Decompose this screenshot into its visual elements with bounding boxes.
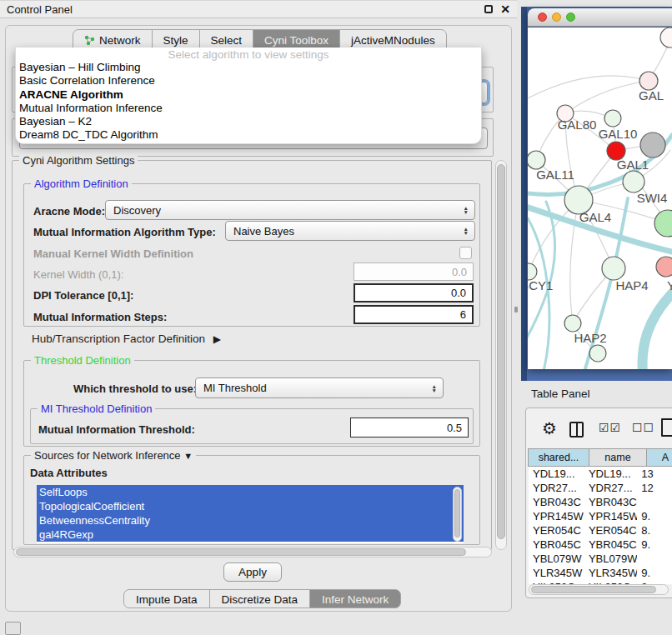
mi-type-combobox[interactable]: Naive Bayes ▲▼ (225, 221, 475, 241)
dropdown-item-bayesian-k2[interactable]: Bayesian – K2 (16, 115, 481, 128)
network-node[interactable] (623, 171, 644, 192)
settings-horizontal-scrollbar[interactable] (13, 547, 492, 558)
table-horizontal-scrollbar[interactable] (529, 584, 669, 595)
minimize-traffic-light[interactable] (552, 12, 561, 22)
select-all-checks-icon[interactable]: ☑☑ (599, 421, 621, 434)
kernel-width-input[interactable]: 0.0 (354, 262, 474, 281)
tab-style[interactable]: Style (152, 29, 200, 49)
attribute-list-scrollbar[interactable] (453, 487, 462, 542)
manual-kernel-label: Manual Kernel Width Definition (33, 248, 193, 260)
panel-divider-handle[interactable] (514, 307, 518, 312)
table-cell: YER054C (529, 523, 584, 538)
dpi-tolerance-value: 0.0 (451, 287, 466, 299)
dpi-tolerance-input[interactable]: 0.0 (354, 283, 474, 302)
control-panel-title: Control Panel (7, 3, 73, 16)
tab-select[interactable]: Select (199, 29, 254, 49)
table-cell: YBR045C (584, 538, 637, 552)
dropdown-item-dream8-dc-tdc-algorithm[interactable]: Dream8 DC_TDC Algorithm (16, 128, 481, 142)
table-row[interactable]: YBL079WYBL079W (529, 552, 672, 566)
column-header-shared-[interactable]: shared... (528, 448, 589, 467)
network-canvas[interactable]: GALGAL80GAL10GAL1GAL11SWI4GAL4GCY1HAP4YH… (528, 28, 672, 369)
network-node[interactable] (654, 210, 672, 237)
tab-impute-data[interactable]: Impute Data (123, 589, 210, 608)
network-window-titlebar[interactable] (528, 8, 672, 27)
network-node[interactable] (589, 345, 606, 362)
which-threshold-combobox[interactable]: MI Threshold ▲▼ (195, 378, 444, 398)
control-panel-header: Control Panel ✕ (0, 0, 517, 18)
network-node[interactable] (602, 257, 625, 280)
import-table-icon[interactable] (661, 418, 672, 437)
table-cell: YBL079W (529, 552, 584, 566)
tab-label: jActiveMNodules (351, 34, 435, 47)
table-cell: YDL19... (584, 467, 637, 481)
scrollbar-thumb[interactable] (454, 489, 460, 538)
network-node[interactable] (640, 132, 665, 158)
tab-infer-network[interactable]: Infer Network (309, 589, 401, 608)
network-node[interactable] (528, 151, 545, 169)
network-node[interactable] (564, 315, 581, 332)
network-node[interactable] (656, 257, 672, 277)
aracne-mode-combobox[interactable]: Discovery ▲▼ (105, 200, 475, 220)
table-cell: YDR27... (529, 481, 584, 495)
panel-collapse-button[interactable] (5, 622, 21, 635)
table-cell: YPR145W (584, 509, 637, 523)
scrollbar-thumb[interactable] (16, 548, 466, 556)
table-row[interactable]: YBR045CYBR045C9. (529, 538, 672, 552)
table-cell: YBR043C (584, 495, 637, 509)
dropdown-item-basic-correlation-inference[interactable]: Basic Correlation Inference (16, 74, 481, 88)
node-label-swi4: SWI4 (637, 191, 668, 205)
deselect-all-checks-icon[interactable]: ☐☐ (632, 421, 654, 434)
attribute-item-gal4rgexp[interactable]: gal4RGexp (37, 528, 464, 542)
column-header-name[interactable]: name (589, 448, 647, 467)
tab-label: Network (99, 34, 141, 47)
bottom-tab-bar: Impute DataDiscretize DataInfer Network (124, 589, 401, 608)
tab-network[interactable]: Network (73, 29, 153, 49)
network-edge (528, 76, 649, 98)
apply-button[interactable]: Apply (223, 562, 282, 582)
table-cell: YBR043C (529, 495, 584, 509)
column-header-a[interactable]: A (646, 448, 672, 467)
expand-right-icon[interactable]: ▶ (213, 333, 221, 345)
dropdown-item-mutual-information-inference[interactable]: Mutual Information Inference (16, 102, 481, 115)
attribute-item-betweennesscentrality[interactable]: BetweennessCentrality (37, 513, 464, 528)
scrollbar-thumb[interactable] (497, 164, 505, 539)
node-label-gal: GAL (639, 88, 664, 102)
table-row[interactable]: YDR27...YDR27...12 (529, 481, 672, 495)
dropdown-item-bayesian-hill-climbing[interactable]: Bayesian – Hill Climbing (16, 61, 481, 74)
close-icon[interactable]: ✕ (500, 5, 510, 13)
hub-section-label[interactable]: Hub/Transcription Factor Definition ▶ (32, 332, 221, 345)
float-window-icon[interactable] (484, 5, 493, 13)
gear-icon[interactable]: ⚙ (542, 418, 557, 438)
which-threshold-label: Which threshold to use: (73, 382, 197, 395)
tab-discretize-data[interactable]: Discretize Data (209, 589, 311, 608)
network-node[interactable] (639, 72, 658, 90)
table-row[interactable]: YPR145WYPR145W9. (529, 509, 672, 523)
attribute-item-selfloops[interactable]: SelfLoops (37, 485, 464, 499)
network-node[interactable] (604, 110, 621, 127)
table-cell: YBR045C (529, 538, 584, 552)
tab-label: Cyni Toolbox (264, 34, 328, 47)
mi-threshold-value: 0.5 (447, 422, 462, 434)
settings-vertical-scrollbar[interactable] (495, 160, 507, 550)
mi-threshold-input[interactable]: 0.5 (350, 418, 469, 438)
table-row[interactable]: YBR043CYBR043C (529, 495, 672, 509)
network-node[interactable] (660, 28, 672, 48)
mi-type-label: Mutual Information Algorithm Type: (33, 226, 216, 238)
dpi-tolerance-label: DPI Tolerance [0,1]: (33, 289, 133, 302)
mi-steps-input[interactable]: 6 (354, 305, 474, 324)
zoom-traffic-light[interactable] (566, 12, 575, 22)
close-traffic-light[interactable] (538, 12, 547, 22)
table-row[interactable]: YDL19...YDL19...13 (529, 467, 672, 481)
tab-jactivemnodules[interactable]: jActiveMNodules (339, 29, 447, 49)
scrollbar-thumb[interactable] (531, 586, 656, 593)
network-node[interactable] (528, 263, 537, 280)
column-layout-icon[interactable] (569, 422, 584, 438)
attribute-item-topologicalcoefficient[interactable]: TopologicalCoefficient (37, 499, 464, 513)
table-row[interactable]: YLR345WYLR345W9. (529, 566, 672, 580)
collapse-down-icon[interactable]: ▼ (183, 451, 193, 461)
dropdown-item-aracne-algorithm[interactable]: ARACNE Algorithm (16, 88, 481, 102)
tab-cyni-toolbox[interactable]: Cyni Toolbox (253, 29, 340, 49)
kernel-width-value: 0.0 (452, 266, 467, 278)
table-row[interactable]: YER054CYER054C8. (529, 523, 672, 538)
manual-kernel-checkbox[interactable] (459, 247, 472, 259)
